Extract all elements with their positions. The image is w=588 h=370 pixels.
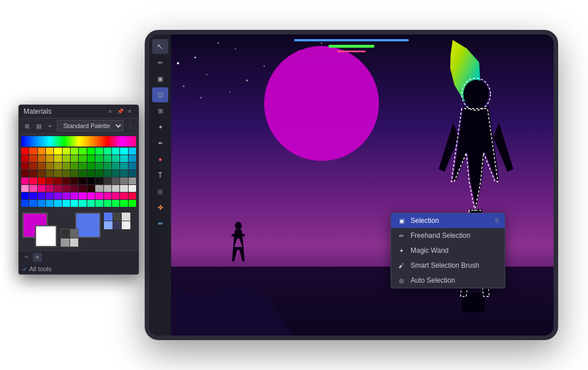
color-swatch[interactable] [63,200,70,207]
background-color[interactable] [35,225,57,247]
color-swatch[interactable] [63,170,70,177]
color-swatch[interactable] [71,148,78,155]
color-swatch[interactable] [29,170,37,177]
color-swatch[interactable] [129,200,136,207]
eyedropper-btn[interactable]: ✏ [152,216,168,231]
color-swatch[interactable] [46,185,53,192]
color-swatch[interactable] [112,200,119,207]
panel-menu-icon[interactable]: ≡ [106,107,114,115]
color-swatch[interactable] [54,170,61,177]
brush-tool-btn[interactable]: ✒ [152,136,168,151]
color-swatch[interactable] [129,163,136,169]
color-swatch[interactable] [38,185,45,192]
selection-rect-btn[interactable]: ▣ [152,71,168,86]
color-swatch[interactable] [29,155,37,162]
menu-item-magic-wand[interactable]: ✦ Magic Wand [391,243,505,258]
color-swatch[interactable] [104,200,111,207]
panel-close-icon[interactable]: ✕ [126,107,134,115]
color-swatch[interactable] [29,178,37,184]
color-swatch[interactable] [104,170,111,177]
swatch-dark-blue[interactable] [113,221,122,229]
color-swatch[interactable] [63,155,70,162]
color-swatch[interactable] [71,163,78,169]
menu-item-freehand[interactable]: ✏ Freehand Selection [391,228,505,243]
color-swatch[interactable] [38,170,45,177]
color-swatch[interactable] [38,178,45,184]
color-swatch[interactable] [95,163,103,169]
swatch-blue[interactable] [104,213,113,221]
color-swatch[interactable] [104,178,111,184]
menu-item-selection[interactable]: ▣ Selection S [391,213,505,228]
color-swatch[interactable] [54,185,61,192]
color-swatch[interactable] [63,163,70,169]
color-swatch[interactable] [79,192,86,199]
color-swatch[interactable] [54,155,61,162]
color-swatch[interactable] [129,148,136,155]
color-swatch[interactable] [71,192,78,199]
color-swatch[interactable] [120,192,127,199]
color-swatch[interactable] [79,155,86,162]
swatch-dark[interactable] [113,213,122,221]
color-swatch[interactable] [112,185,119,192]
menu-item-auto-selection[interactable]: ◎ Auto Selection [391,273,505,288]
color-swatch[interactable] [21,170,29,177]
swatch-light[interactable] [122,213,130,221]
panel-pin-icon[interactable]: 📌 [116,107,124,115]
color-swatch[interactable] [120,170,127,177]
color-swatch[interactable] [21,192,29,199]
color-swatch[interactable] [120,155,127,162]
menu-item-smart-brush[interactable]: 🖌 Smart Selection Brush [391,258,505,273]
color-swatch[interactable] [21,200,29,207]
lasso-tool-btn[interactable]: ⊡ [152,87,168,102]
color-swatch[interactable] [63,148,70,155]
color-swatch[interactable] [71,185,78,192]
swatch-white[interactable] [122,221,130,229]
clone-tool-btn[interactable]: ● [152,152,168,167]
color-swatch[interactable] [87,148,95,155]
color-swatch[interactable] [104,155,111,162]
color-swatch[interactable] [29,163,37,169]
color-swatch[interactable] [95,178,103,184]
color-swatch[interactable] [63,185,70,192]
color-swatch[interactable] [46,192,53,199]
color-swatch[interactable] [38,163,45,169]
color-swatch[interactable] [104,185,111,192]
color-swatch[interactable] [120,178,127,184]
color-swatch[interactable] [71,178,78,184]
color-swatch[interactable] [38,200,45,207]
color-swatch[interactable] [95,185,103,192]
color-swatch[interactable] [95,200,103,207]
color-swatch[interactable] [112,170,119,177]
color-swatch[interactable] [79,200,86,207]
color-swatch[interactable] [79,148,86,155]
color-swatch[interactable] [46,163,53,169]
color-swatch[interactable] [29,200,37,207]
color-swatch[interactable] [29,148,37,155]
add-palette-icon[interactable]: + [45,121,55,131]
palette-gradient[interactable] [21,136,136,147]
color-swatch[interactable] [95,170,103,177]
swatch-light-blue[interactable] [104,221,113,229]
color-swatch[interactable] [46,155,53,162]
color-swatch[interactable] [63,178,70,184]
move-tool-btn[interactable]: ✦ [152,120,168,134]
color-swatch[interactable] [112,148,119,155]
color-swatch[interactable] [87,185,95,192]
color-swatch[interactable] [95,148,103,155]
color-swatch[interactable] [54,163,61,169]
color-swatch[interactable] [29,192,37,199]
palette-options-icon[interactable]: ⋮ [126,121,135,131]
color-swatch[interactable] [71,170,78,177]
color-swatch[interactable] [54,192,61,199]
list-icon[interactable]: ▤ [34,121,43,131]
color-swatch[interactable] [104,148,111,155]
shape-tool-btn[interactable]: ◎ [152,184,168,199]
color-swatch[interactable] [112,163,119,169]
color-swatch[interactable] [95,192,103,199]
text-tool-btn[interactable]: T [152,168,168,183]
color-swatch[interactable] [54,200,61,207]
color-swatch[interactable] [38,155,45,162]
brush-small-icon[interactable]: ✏ [22,253,30,261]
color-swatch[interactable] [104,192,111,199]
color-swatch[interactable] [120,185,127,192]
